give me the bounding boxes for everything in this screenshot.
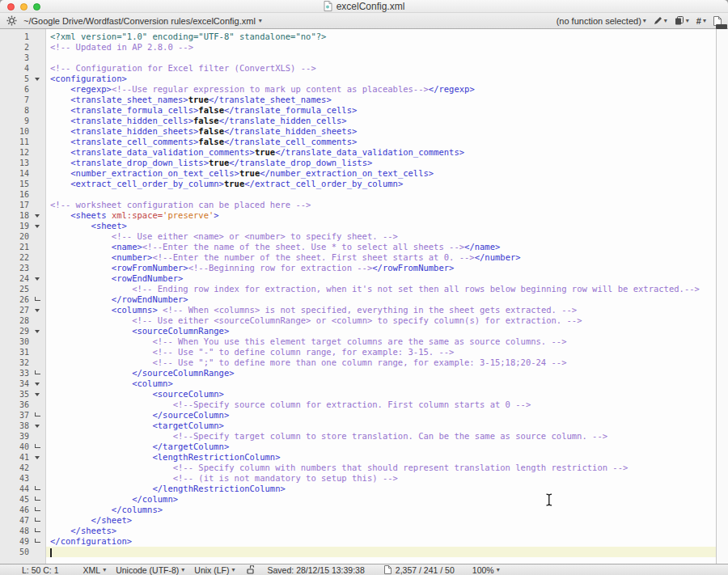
- code-line[interactable]: <column>: [46, 378, 716, 389]
- code-line[interactable]: <rowEndNumber>: [46, 273, 716, 284]
- fold-collapse-arrow-icon[interactable]: [29, 452, 45, 463]
- code-token-plain: [50, 326, 132, 336]
- document-info-button[interactable]: [384, 565, 392, 574]
- fold-column-spacer: [29, 53, 45, 63]
- gutter-row: 37: [0, 410, 45, 421]
- fold-collapse-arrow-icon[interactable]: [29, 273, 45, 284]
- fold-collapse-arrow-icon[interactable]: [29, 389, 45, 400]
- code-line[interactable]: <sourceColumnRange>: [46, 326, 716, 336]
- code-line[interactable]: <translate_cell_comments>false</translat…: [46, 137, 716, 147]
- gear-menu-button[interactable]: [6, 15, 17, 26]
- code-line[interactable]: </column>: [46, 494, 716, 505]
- fold-collapse-arrow-icon[interactable]: [29, 221, 45, 231]
- vertical-scrollbar[interactable]: [716, 29, 728, 564]
- code-line[interactable]: <translate_hidden_sheets>false</translat…: [46, 126, 716, 137]
- function-selector-dropdown[interactable]: (no function selected) ▾: [557, 16, 646, 26]
- lock-toggle-button[interactable]: [247, 565, 255, 574]
- gutter-row: 19: [0, 221, 45, 231]
- marker-pencil-menu-button[interactable]: ▾: [654, 16, 667, 25]
- code-line[interactable]: <translate_hidden_cells>false</translate…: [46, 116, 716, 126]
- code-line[interactable]: <!--Specify source column for extraction…: [46, 400, 716, 410]
- file-path-dropdown[interactable]: ~/Google Drive/Wordfast/Conversion rules…: [23, 16, 262, 26]
- line-number: 48: [0, 526, 29, 535]
- chevron-down-icon: ▾: [259, 18, 262, 24]
- code-line[interactable]: <translate_drop_down_lists>true</transla…: [46, 158, 716, 168]
- code-line[interactable]: <!-- Use "-" to define column range, for…: [46, 347, 716, 357]
- code-line[interactable]: <extract_cell_order_by_column>true</extr…: [46, 179, 716, 189]
- code-line[interactable]: [46, 189, 716, 200]
- code-line[interactable]: <!-- Use either <name> or <number> to sp…: [46, 231, 716, 242]
- code-line[interactable]: <targetColumn>: [46, 421, 716, 431]
- code-token-attr: xml:space=: [112, 210, 163, 220]
- code-line[interactable]: <translate_sheet_names>true</translate_s…: [46, 95, 716, 105]
- code-line[interactable]: <translate_data_validation_comments>true…: [46, 147, 716, 158]
- code-area[interactable]: <?xml version="1.0" encoding="UTF-8" sta…: [46, 29, 716, 564]
- code-line[interactable]: </lengthRestrictionColumn>: [46, 484, 716, 494]
- fold-collapse-arrow-icon[interactable]: [29, 378, 45, 389]
- line-number: 40: [0, 442, 29, 451]
- code-line[interactable]: [46, 547, 716, 557]
- code-token-tag: <targetColumn>: [152, 421, 224, 430]
- fold-collapse-arrow-icon[interactable]: [29, 326, 45, 336]
- code-line[interactable]: </sheet>: [46, 515, 716, 526]
- code-line[interactable]: </sheets>: [46, 526, 716, 536]
- code-line[interactable]: <configuration>: [46, 74, 716, 84]
- gutter-row: 44: [0, 484, 45, 494]
- code-line[interactable]: </columns>: [46, 505, 716, 515]
- code-line[interactable]: <!-- Specify column with numbers that sh…: [46, 463, 716, 473]
- code-line[interactable]: </sourceColumnRange>: [46, 368, 716, 378]
- code-line[interactable]: <!-- Ending row index for extraction, wh…: [46, 284, 716, 294]
- code-line[interactable]: <!-- Use ";" to define more than one col…: [46, 357, 716, 368]
- code-line[interactable]: <!--Specify target column to store trans…: [46, 431, 716, 442]
- code-line[interactable]: <columns> <!-- When <columns> is not spe…: [46, 305, 716, 315]
- code-line[interactable]: <!-- Updated in AP 2.8.0 -->: [46, 42, 716, 53]
- gutter-row: 17: [0, 200, 45, 210]
- code-line[interactable]: </configuration>: [46, 536, 716, 547]
- code-line[interactable]: <number><!--Enter the number of the shee…: [46, 252, 716, 263]
- gutter-row: 40: [0, 442, 45, 452]
- code-line[interactable]: <name><!--Enter the name of the sheet. U…: [46, 242, 716, 252]
- code-token-com: <!-- (it is not mandatory to setup this)…: [173, 473, 398, 483]
- code-token-plain: [50, 421, 152, 430]
- hash-icon: #: [696, 16, 701, 26]
- gutter-row: 11: [0, 137, 45, 147]
- code-line[interactable]: <?xml version="1.0" encoding="UTF-8" sta…: [46, 32, 716, 42]
- fold-collapse-arrow-icon[interactable]: [29, 421, 45, 431]
- code-line[interactable]: <regexp><!--Use regular expression to ma…: [46, 84, 716, 95]
- code-token-tag: <number>: [112, 252, 153, 262]
- code-line[interactable]: [46, 53, 716, 63]
- code-line[interactable]: <!-- (it is not mandatory to setup this)…: [46, 473, 716, 484]
- zoom-menu[interactable]: 100% ▾: [472, 565, 500, 575]
- code-line[interactable]: <translate_formula_cells>false</translat…: [46, 105, 716, 116]
- code-line[interactable]: <!-- worksheet configuration can be plac…: [46, 200, 716, 210]
- line-ending-menu[interactable]: Unix (LF) ▾: [194, 565, 235, 575]
- code-token-plain: [50, 105, 70, 115]
- fold-collapse-arrow-icon[interactable]: [29, 305, 45, 315]
- line-number-gutter[interactable]: 1234567891011121314151617181920212223242…: [0, 29, 46, 564]
- fold-collapse-arrow-icon[interactable]: [29, 74, 45, 84]
- language-menu[interactable]: XML ▾: [83, 565, 107, 575]
- split-pane-handle[interactable]: [716, 24, 727, 29]
- fold-column-spacer: [29, 42, 45, 53]
- counter-menu-button[interactable]: # ▾: [696, 16, 706, 26]
- title-bar[interactable]: excelConfig.xml: [0, 0, 728, 13]
- code-line[interactable]: <sheet>: [46, 221, 716, 231]
- documents-menu-button[interactable]: ▾: [675, 16, 689, 25]
- code-line[interactable]: </rowEndNumber>: [46, 294, 716, 305]
- fold-end-marker-icon: [29, 515, 45, 526]
- code-line[interactable]: </targetColumn>: [46, 442, 716, 452]
- code-line[interactable]: <sourceColumn>: [46, 389, 716, 400]
- code-line[interactable]: </sourceColumn>: [46, 410, 716, 421]
- code-line[interactable]: <sheets xml:space='preserve'>: [46, 210, 716, 221]
- code-line[interactable]: <rowFromNumber><!--Beginning row for ext…: [46, 263, 716, 273]
- fold-collapse-arrow-icon[interactable]: [29, 210, 45, 221]
- code-line[interactable]: <!-- Configuration for Excel filter (Con…: [46, 63, 716, 74]
- code-line[interactable]: <number_extraction_on_text_cells>true</n…: [46, 168, 716, 179]
- code-token-tag: </translate_sheet_names>: [209, 95, 332, 104]
- line-number: 15: [0, 180, 29, 188]
- encoding-menu[interactable]: Unicode (UTF-8) ▾: [116, 565, 184, 575]
- code-line[interactable]: <!-- When You use this element target co…: [46, 336, 716, 347]
- code-line[interactable]: <lengthRestrictionColumn>: [46, 452, 716, 463]
- code-line[interactable]: <!-- Use either <sourceColumnRange> or <…: [46, 315, 716, 326]
- fold-column-spacer: [29, 147, 45, 158]
